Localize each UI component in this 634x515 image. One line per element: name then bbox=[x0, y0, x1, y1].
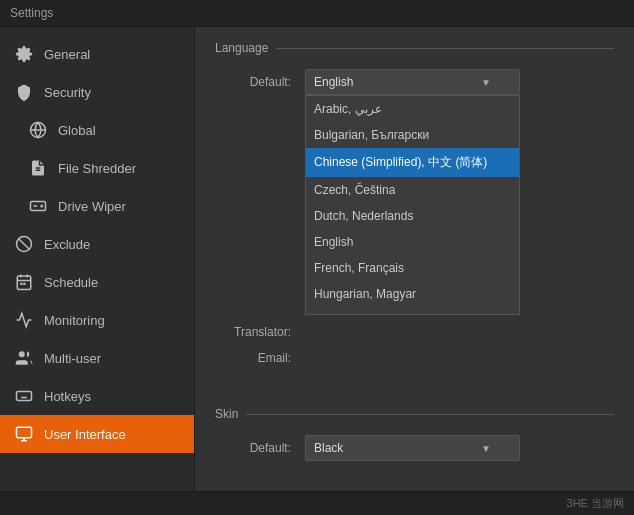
skin-section: Skin Default: Black ▼ bbox=[195, 393, 634, 483]
svg-line-8 bbox=[19, 239, 30, 250]
sidebar-item-general[interactable]: General bbox=[0, 35, 194, 73]
lang-option-arabic[interactable]: Arabic, عربي bbox=[306, 96, 519, 122]
svg-rect-13 bbox=[20, 283, 22, 285]
sidebar-item-label: Multi-user bbox=[44, 351, 101, 366]
default-language-row: Default: English ▼ Arabic, عربي Bulgaria… bbox=[215, 69, 614, 95]
lang-option-chinese[interactable]: Chinese (Simplified), 中文 (简体) bbox=[306, 148, 519, 177]
shield-icon bbox=[14, 82, 34, 102]
lang-option-hungarian[interactable]: Hungarian, Magyar bbox=[306, 281, 519, 307]
selected-language-text: English bbox=[314, 75, 353, 89]
sidebar-item-multi-user[interactable]: Multi-user bbox=[0, 339, 194, 377]
language-section: Language Default: English ▼ Arabic, عربي… bbox=[195, 27, 634, 387]
language-selected[interactable]: English ▼ bbox=[305, 69, 520, 95]
settings-title: Settings bbox=[10, 6, 53, 20]
translator-row: Translator: bbox=[215, 325, 614, 339]
language-section-title: Language bbox=[215, 41, 614, 55]
sidebar-item-monitoring[interactable]: Monitoring bbox=[0, 301, 194, 339]
file-shred-icon bbox=[28, 158, 48, 178]
sidebar-item-label: User Interface bbox=[44, 427, 126, 442]
lang-option-french[interactable]: French, Français bbox=[306, 255, 519, 281]
sidebar-item-label: Hotkeys bbox=[44, 389, 91, 404]
skin-default-label: Default: bbox=[215, 441, 305, 455]
skin-dropdown[interactable]: Black ▼ bbox=[305, 435, 520, 461]
skin-default-row: Default: Black ▼ bbox=[215, 435, 614, 461]
selected-skin-text: Black bbox=[314, 441, 343, 455]
sidebar-item-security[interactable]: Security bbox=[0, 73, 194, 111]
sidebar-item-label: General bbox=[44, 47, 90, 62]
sidebar-item-label: Monitoring bbox=[44, 313, 105, 328]
svg-point-15 bbox=[19, 351, 25, 357]
language-dropdown[interactable]: English ▼ Arabic, عربي Bulgarian, Българ… bbox=[305, 69, 520, 95]
sidebar-item-label: File Shredder bbox=[58, 161, 136, 176]
svg-rect-16 bbox=[17, 392, 32, 401]
sidebar-item-exclude[interactable]: Exclude bbox=[0, 225, 194, 263]
sidebar-item-label: Exclude bbox=[44, 237, 90, 252]
chart-icon bbox=[14, 310, 34, 330]
footer: 3HE 当游网 bbox=[0, 491, 634, 515]
sidebar: General Security Global File Shredder bbox=[0, 27, 195, 491]
monitor-icon bbox=[14, 424, 34, 444]
top-bar: Settings bbox=[0, 0, 634, 27]
sidebar-item-hotkeys[interactable]: Hotkeys bbox=[0, 377, 194, 415]
sidebar-item-label: Drive Wiper bbox=[58, 199, 126, 214]
sidebar-item-file-shredder[interactable]: File Shredder bbox=[0, 149, 194, 187]
chevron-down-icon: ▼ bbox=[481, 443, 491, 454]
skin-selected[interactable]: Black ▼ bbox=[305, 435, 520, 461]
sidebar-item-label: Schedule bbox=[44, 275, 98, 290]
lang-option-dutch[interactable]: Dutch, Nederlands bbox=[306, 203, 519, 229]
language-dropdown-list[interactable]: Arabic, عربي Bulgarian, Български Chines… bbox=[305, 95, 520, 315]
email-label: Email: bbox=[215, 351, 305, 365]
default-language-label: Default: bbox=[215, 75, 305, 89]
sidebar-item-label: Security bbox=[44, 85, 91, 100]
sidebar-item-global[interactable]: Global bbox=[0, 111, 194, 149]
lang-option-bulgarian[interactable]: Bulgarian, Български bbox=[306, 122, 519, 148]
email-row: Email: bbox=[215, 351, 614, 365]
watermark: 3HE 当游网 bbox=[567, 497, 624, 509]
gear-icon bbox=[14, 44, 34, 64]
translator-label: Translator: bbox=[215, 325, 305, 339]
keyboard-icon bbox=[14, 386, 34, 406]
sidebar-item-label: Global bbox=[58, 123, 96, 138]
svg-rect-22 bbox=[17, 427, 32, 438]
sidebar-item-drive-wiper[interactable]: Drive Wiper bbox=[0, 187, 194, 225]
lang-option-english[interactable]: English bbox=[306, 229, 519, 255]
svg-rect-14 bbox=[23, 283, 25, 285]
lang-option-czech[interactable]: Czech, Čeština bbox=[306, 177, 519, 203]
calendar-icon bbox=[14, 272, 34, 292]
block-icon bbox=[14, 234, 34, 254]
sidebar-item-schedule[interactable]: Schedule bbox=[0, 263, 194, 301]
lang-option-italian[interactable]: Italian, Italiano bbox=[306, 307, 519, 315]
skin-section-title: Skin bbox=[215, 407, 614, 421]
content-area: Language Default: English ▼ Arabic, عربي… bbox=[195, 27, 634, 491]
users-icon bbox=[14, 348, 34, 368]
globe-icon bbox=[28, 120, 48, 140]
drive-icon bbox=[28, 196, 48, 216]
sidebar-item-user-interface[interactable]: User Interface bbox=[0, 415, 194, 453]
chevron-down-icon: ▼ bbox=[481, 77, 491, 88]
svg-point-5 bbox=[40, 205, 43, 208]
